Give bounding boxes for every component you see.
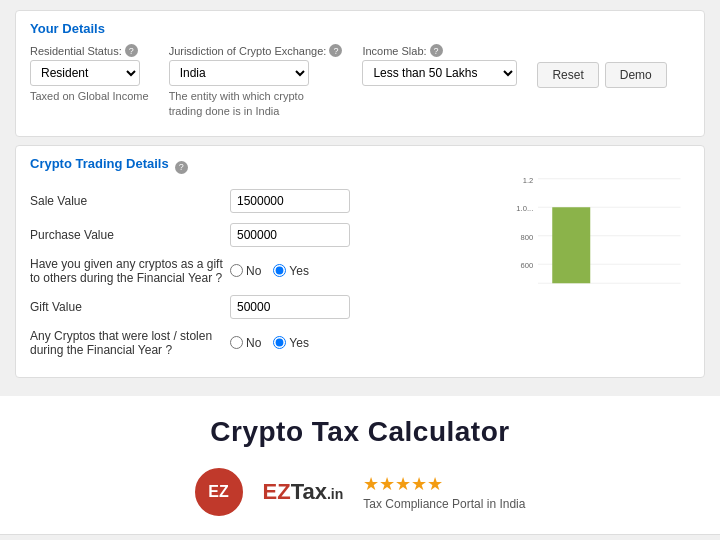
gift-value-label: Gift Value <box>30 300 230 314</box>
gift-no-radio[interactable]: No <box>230 264 261 278</box>
jurisdiction-help-icon[interactable]: ? <box>329 44 342 57</box>
gift-value-input[interactable] <box>230 295 350 319</box>
your-details-title: Your Details <box>30 21 690 36</box>
residential-status-select[interactable]: Resident Non-Resident <box>30 60 140 86</box>
tagline: Tax Compliance Portal in India <box>363 497 525 511</box>
brand-info: EZTax.in <box>263 479 344 505</box>
income-help-icon[interactable]: ? <box>430 44 443 57</box>
promo-title: Crypto Tax Calculator <box>0 416 720 448</box>
reset-button[interactable]: Reset <box>537 62 598 88</box>
svg-text:600: 600 <box>521 261 534 270</box>
promo-section: Crypto Tax Calculator EZ EZTax.in ★★★★★ … <box>0 396 720 534</box>
svg-text:1.2: 1.2 <box>523 175 534 184</box>
residential-status-label: Residential Status: ? <box>30 44 149 57</box>
footer: 📞 +91 7288 900 900 🌐 www.EZTax.in f /EZT… <box>0 534 720 540</box>
crypto-help-icon[interactable]: ? <box>175 161 188 174</box>
gift-question-row: Have you given any cryptos as a gift to … <box>30 257 490 285</box>
lost-question-label: Any Cryptos that were lost / stolen duri… <box>30 329 230 357</box>
jurisdiction-select[interactable]: India USA <box>169 60 309 86</box>
residential-help-icon[interactable]: ? <box>125 44 138 57</box>
crypto-details-title: Crypto Trading Details <box>30 156 169 171</box>
ez-logo: EZ <box>195 468 243 516</box>
brand-row: EZ EZTax.in ★★★★★ Tax Compliance Portal … <box>0 468 720 516</box>
hint2-text: The entity with which crypto trading don… <box>169 89 329 120</box>
brand-name: EZTax.in <box>263 479 344 505</box>
gift-yes-radio[interactable]: Yes <box>273 264 309 278</box>
sale-value-row: Sale Value <box>30 189 490 213</box>
purchase-value-row: Purchase Value <box>30 223 490 247</box>
svg-text:800: 800 <box>521 232 534 241</box>
income-slab-label: Income Slab: ? <box>362 44 517 57</box>
lost-no-radio[interactable]: No <box>230 336 261 350</box>
income-slab-select[interactable]: Less than 50 Lakhs 50 Lakhs - 1 Crore Ab… <box>362 60 517 86</box>
svg-rect-9 <box>552 207 590 283</box>
demo-button[interactable]: Demo <box>605 62 667 88</box>
gift-question-label: Have you given any cryptos as a gift to … <box>30 257 230 285</box>
hint1-text: Taxed on Global Income <box>30 89 149 104</box>
svg-text:1.0...: 1.0... <box>516 204 533 213</box>
lost-yes-radio[interactable]: Yes <box>273 336 309 350</box>
lost-question-row: Any Cryptos that were lost / stolen duri… <box>30 329 490 357</box>
bar-chart: 1.2 1.0... 800 600 <box>500 156 690 306</box>
jurisdiction-label: Jurisdiction of Crypto Exchange: ? <box>169 44 343 57</box>
purchase-value-label: Purchase Value <box>30 228 230 242</box>
sale-value-input[interactable] <box>230 189 350 213</box>
gift-value-row: Gift Value <box>30 295 490 319</box>
purchase-value-input[interactable] <box>230 223 350 247</box>
sale-value-label: Sale Value <box>30 194 230 208</box>
star-rating: ★★★★★ <box>363 473 443 495</box>
